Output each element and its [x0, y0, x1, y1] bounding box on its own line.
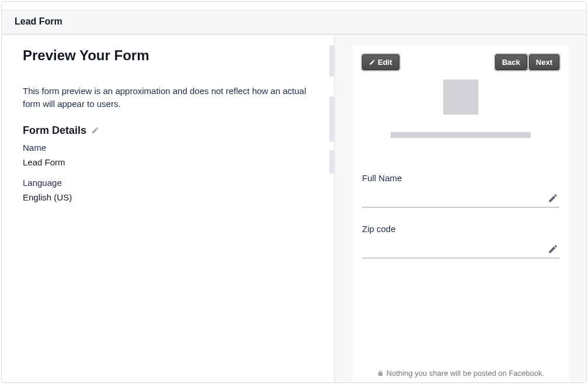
avatar-placeholder — [443, 79, 478, 115]
header-title: Lead Form — [2, 10, 586, 34]
pencil-icon — [369, 59, 375, 65]
next-button-label: Next — [536, 58, 552, 67]
pencil-icon — [548, 193, 558, 203]
edit-form-details-icon[interactable] — [91, 126, 99, 134]
name-label: Name — [23, 143, 322, 153]
edit-button[interactable]: Edit — [362, 54, 399, 70]
next-button[interactable]: Next — [529, 54, 559, 70]
language-label: Language — [23, 178, 322, 188]
edit-button-label: Edit — [378, 58, 392, 67]
form-details-heading: Form Details — [23, 124, 86, 137]
preview-description: This form preview is an approximation an… — [23, 85, 322, 110]
left-panel: Preview Your Form This form preview is a… — [2, 34, 335, 382]
preview-field: Zip code — [362, 224, 559, 258]
full-name-input[interactable] — [362, 193, 559, 207]
back-button[interactable]: Back — [495, 54, 527, 70]
preview-field-label: Zip code — [362, 224, 559, 234]
scroll-stub — [329, 150, 334, 174]
name-value: Lead Form — [23, 157, 322, 167]
preview-title: Preview Your Form — [23, 47, 322, 64]
scroll-stub — [329, 96, 334, 142]
name-placeholder-line — [391, 132, 531, 138]
back-button-label: Back — [502, 58, 520, 67]
phone-preview: Edit Back Next Full Name — [353, 45, 569, 382]
privacy-text: Nothing you share will be posted on Face… — [387, 369, 544, 378]
scroll-stub — [329, 45, 334, 77]
zip-code-input[interactable] — [362, 244, 559, 258]
lock-icon — [377, 369, 384, 377]
pencil-icon — [548, 244, 558, 254]
language-value: English (US) — [23, 192, 322, 202]
preview-field: Full Name — [362, 173, 559, 207]
right-panel: Edit Back Next Full Name — [335, 34, 586, 382]
preview-field-label: Full Name — [362, 173, 559, 183]
